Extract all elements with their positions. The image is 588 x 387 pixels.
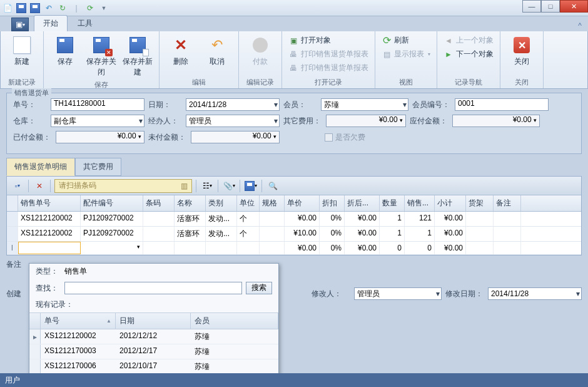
input-unpaid: ¥0.00 ▾ — [191, 131, 280, 143]
grid-col[interactable]: 规格 — [260, 195, 285, 211]
qat-dropdown-icon[interactable]: ▼ — [99, 3, 109, 13]
input-modify-date[interactable]: 2014/11/28▾ — [488, 287, 582, 300]
save-button[interactable]: 保存 — [48, 34, 83, 68]
input-member[interactable]: 苏缍▾ — [321, 98, 408, 111]
input-handler[interactable]: 管理员▾ — [186, 115, 280, 127]
label-other-fee: 其它费用： — [283, 116, 322, 126]
grid-col[interactable]: 单价 — [285, 195, 320, 211]
print-report2-button: 🖶打印销售退货单报表 — [286, 61, 371, 75]
qat-save-icon[interactable] — [16, 3, 26, 13]
app-icon: 📄 — [3, 3, 13, 13]
label-modify-date: 修改日期： — [445, 289, 484, 299]
tab-other-fee[interactable]: 其它费用 — [75, 158, 121, 176]
sort-icon: ▲ — [106, 318, 111, 324]
qat-refresh-icon[interactable]: ⟳ — [85, 3, 95, 13]
input-bill-no[interactable]: TH1411280001 — [51, 98, 144, 111]
qat-saveclose-icon[interactable] — [30, 3, 40, 13]
next-button[interactable]: ►下一个对象 — [441, 48, 496, 61]
popup-search-input[interactable] — [64, 282, 242, 294]
popup-col-date[interactable]: 日期 — [116, 313, 191, 329]
popup-type-value: 销售单 — [64, 266, 87, 277]
grid-col[interactable]: 备注 — [494, 195, 521, 211]
checkbox-is-debt[interactable]: 是否欠费 — [325, 132, 365, 143]
grid-col[interactable]: 配件编号 — [81, 195, 143, 211]
pay-button: 付款 — [243, 34, 278, 68]
popup-col-no[interactable]: 单号▲ — [41, 313, 116, 329]
popup-row[interactable]: XS12121700062012/10/17苏缍 — [29, 359, 278, 374]
popup-row[interactable]: ▸XS12121200022012/12/12苏缍 — [29, 329, 278, 344]
popup-existing-label: 现有记录： — [29, 297, 278, 312]
grid-row[interactable]: XS1212120002PJ1209270002活塞环发动...个¥10.000… — [7, 227, 581, 242]
ib-tree-icon[interactable]: ☷▾ — [200, 179, 214, 193]
ib-new-icon[interactable]: ▫▾ — [11, 179, 24, 193]
grid-col[interactable]: 数量 — [380, 195, 405, 211]
close-window-button[interactable]: ✕ — [560, 0, 588, 13]
delete-button[interactable]: ✕删除 — [163, 34, 198, 68]
open-object-button[interactable]: ▣打开对象 — [286, 34, 371, 47]
ib-search-icon[interactable]: 🔍 — [266, 179, 280, 193]
save-new-button[interactable]: 保存并新建 — [120, 34, 155, 79]
grid-col[interactable]: 类别 — [206, 195, 237, 211]
qat-sep-icon: | — [71, 3, 81, 13]
grid-row[interactable]: I▾¥0.000%¥0.0000¥0.00 — [7, 242, 581, 255]
qat-redo-icon[interactable]: ↻ — [58, 3, 68, 13]
minimize-button[interactable]: — — [522, 0, 541, 13]
cancel-button[interactable]: ↶取消 — [200, 34, 235, 68]
popup-col-member[interactable]: 会员 — [191, 313, 278, 329]
tab-detail[interactable]: 销售退货单明细 — [6, 158, 75, 176]
label-member-no: 会员编号： — [412, 100, 451, 110]
ib-attach-icon[interactable]: 📎▾ — [222, 179, 236, 193]
ribbon-collapse-icon[interactable]: ^ — [578, 21, 582, 30]
chevron-down-icon: ▾ — [576, 289, 580, 298]
input-paid[interactable]: ¥0.00 ▾ — [56, 131, 144, 143]
popup-search-button[interactable]: 搜索 — [246, 282, 272, 294]
detail-tabstrip: 销售退货单明细 其它费用 — [6, 158, 582, 176]
input-other-fee[interactable]: ¥0.00 ▾ — [326, 115, 406, 127]
input-modifier[interactable]: 管理员▾ — [354, 287, 442, 300]
group-edit-record: 编辑记录 — [243, 76, 278, 87]
group-save: 保存 — [48, 79, 155, 90]
label-member: 会员： — [283, 100, 317, 110]
tab-start[interactable]: 开始 — [34, 15, 68, 31]
grid-col[interactable]: 销售... — [405, 195, 435, 211]
grid-col[interactable]: 折扣 — [320, 195, 345, 211]
input-date[interactable]: 2014/11/28▾ — [186, 98, 280, 111]
maximize-button[interactable]: □ — [541, 0, 560, 13]
refresh-button[interactable]: ⟳刷新 — [379, 34, 433, 47]
input-member-no[interactable]: 0001 — [455, 98, 549, 111]
status-user: 用户 — [5, 375, 20, 386]
chevron-down-icon: ▾ — [138, 133, 141, 140]
status-bar: 用户 — [0, 373, 588, 387]
save-close-button[interactable]: ✕保存并关闭 — [84, 34, 119, 79]
grid-col[interactable]: 折后... — [345, 195, 380, 211]
input-warehouse[interactable]: 副仓库▾ — [51, 115, 144, 127]
ib-save-icon[interactable]: ▾ — [244, 179, 258, 193]
ib-delete-icon[interactable]: ✕ — [33, 179, 46, 193]
chevron-down-icon: ▾ — [273, 133, 276, 140]
prev-button: ◄上一个对象 — [441, 34, 496, 47]
chevron-down-icon: ▾ — [403, 100, 407, 109]
detail-grid[interactable]: 销售单号配件编号条码名称类别单位规格单价折扣折后...数量销售...小计货架备注… — [7, 195, 581, 255]
ribbon: 新建 新建记录 保存 ✕保存并关闭 保存并新建 保存 ✕删除 ↶取消 编辑 付款… — [0, 31, 588, 89]
group-open-record: 打开记录 — [286, 76, 371, 87]
grid-col[interactable]: 单位 — [237, 195, 260, 211]
barcode-input[interactable]: 请扫描条码▥ — [54, 179, 192, 193]
grid-row[interactable]: XS1212120002PJ1209270002活塞环发动...个¥0.000%… — [7, 212, 581, 227]
file-menu[interactable]: ▣▾ — [11, 18, 29, 31]
input-receivable: ¥0.00 ▾ — [452, 115, 540, 127]
grid-col[interactable]: 名称 — [175, 195, 206, 211]
label-warehouse: 仓库： — [13, 116, 47, 126]
label-receivable: 应付金额： — [410, 116, 449, 126]
popup-row[interactable]: XS12121700032012/12/17苏缍 — [29, 344, 278, 359]
qat-undo-icon[interactable]: ↶ — [44, 3, 54, 13]
grid-col[interactable]: 销售单号 — [18, 195, 81, 211]
chevron-down-icon: ▾ — [534, 117, 537, 123]
grid-col[interactable]: 小计 — [435, 195, 466, 211]
close-button[interactable]: ✕关闭 — [504, 34, 539, 68]
grid-col[interactable]: 货架 — [466, 195, 494, 211]
grid-col[interactable]: 条码 — [143, 195, 175, 211]
tab-tools[interactable]: 工具 — [69, 16, 101, 31]
popup-search-label: 查找： — [36, 283, 61, 294]
new-button[interactable]: 新建 — [4, 34, 39, 68]
form-legend: 销售退货单 — [12, 88, 51, 98]
